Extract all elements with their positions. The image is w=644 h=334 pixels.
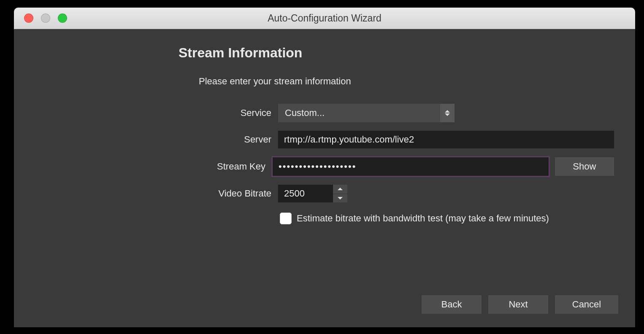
show-button[interactable]: Show: [555, 157, 614, 176]
stream-key-input[interactable]: [272, 157, 549, 176]
footer-buttons: Back Next Cancel: [422, 295, 618, 314]
stepper-down-button[interactable]: [333, 194, 347, 203]
service-value: Custom...: [285, 108, 325, 119]
updown-icon: [440, 104, 455, 122]
stream-form: Service Custom... Server Stream Key Sho: [35, 104, 614, 224]
content: Stream Information Please enter your str…: [14, 29, 635, 224]
page-heading: Stream Information: [179, 45, 614, 61]
wizard-dialog: Auto-Configuration Wizard Stream Informa…: [14, 8, 635, 327]
titlebar: Auto-Configuration Wizard: [14, 8, 635, 29]
maximize-icon[interactable]: [58, 13, 67, 23]
window-title: Auto-Configuration Wizard: [14, 13, 635, 24]
chevron-down-icon: [338, 197, 343, 199]
server-row: Server: [35, 131, 614, 148]
stream-key-label: Stream Key: [35, 161, 272, 172]
bitrate-stepper: [278, 185, 347, 202]
back-button[interactable]: Back: [422, 295, 482, 314]
chevron-up-icon: [338, 188, 343, 190]
window-controls: [14, 13, 67, 23]
server-label: Server: [35, 134, 278, 145]
stream-key-row: Stream Key Show: [35, 157, 614, 176]
bitrate-label: Video Bitrate: [35, 188, 278, 199]
service-label: Service: [35, 108, 278, 119]
estimate-checkbox[interactable]: [280, 213, 292, 224]
next-button[interactable]: Next: [488, 295, 548, 314]
stepper-buttons: [333, 185, 347, 202]
page-subheading: Please enter your stream information: [199, 76, 614, 87]
estimate-label: Estimate bitrate with bandwidth test (ma…: [297, 213, 549, 224]
service-row: Service Custom...: [35, 104, 614, 122]
minimize-icon[interactable]: [41, 13, 50, 23]
estimate-row: Estimate bitrate with bandwidth test (ma…: [280, 213, 614, 224]
cancel-button[interactable]: Cancel: [555, 295, 618, 314]
server-input[interactable]: [278, 131, 614, 148]
bitrate-row: Video Bitrate: [35, 185, 614, 202]
close-icon[interactable]: [24, 13, 33, 23]
service-dropdown[interactable]: Custom...: [278, 104, 455, 122]
bitrate-input[interactable]: [278, 185, 333, 202]
stepper-up-button[interactable]: [333, 185, 347, 194]
